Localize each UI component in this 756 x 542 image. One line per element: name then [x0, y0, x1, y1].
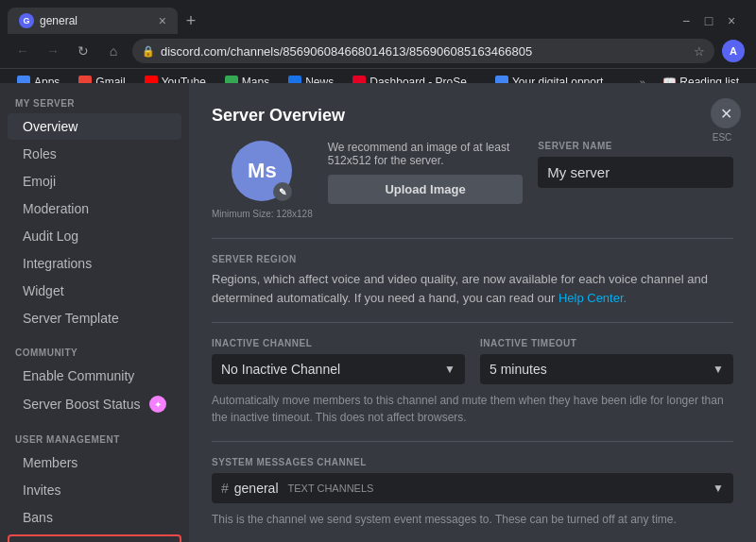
section-my-server: MY SERVER — [0, 83, 189, 112]
sidebar-item-moderation[interactable]: Moderation — [8, 195, 181, 222]
sidebar-item-bans[interactable]: Bans — [8, 504, 181, 531]
min-size-label: Minimum Size: 128x128 — [212, 209, 313, 219]
url-bar[interactable]: 🔒 discord.com/channels/85690608466801461… — [132, 39, 714, 63]
tab-title: general — [40, 14, 153, 27]
upload-image-btn[interactable]: Upload Image — [328, 175, 524, 204]
reload-btn[interactable]: ↻ — [72, 40, 94, 62]
region-description: Regions, which affect voice and video qu… — [212, 270, 733, 307]
sidebar-item-overview[interactable]: Overview — [8, 113, 181, 140]
help-center-link[interactable]: Help Center. — [558, 291, 627, 305]
system-channel-type: TEXT CHANNELS — [288, 483, 374, 494]
system-channel-description: This is the channel we send system event… — [212, 511, 733, 528]
sidebar-item-integrations[interactable]: Integrations — [8, 250, 181, 277]
sidebar: MY SERVER Overview Roles Emoji Moderatio… — [0, 83, 189, 542]
profile-icon[interactable]: A — [722, 40, 745, 62]
sidebar-item-server-boost[interactable]: Server Boost Status ✦ — [8, 390, 181, 418]
back-btn[interactable]: ← — [11, 40, 34, 62]
server-name-input[interactable] — [538, 157, 733, 188]
esc-label: ESC — [707, 132, 737, 143]
forward-btn[interactable]: → — [42, 40, 64, 62]
sidebar-item-audit-log[interactable]: Audit Log — [8, 223, 181, 249]
tab-close-btn[interactable]: × — [159, 13, 166, 28]
channel-hash-icon: # — [221, 481, 229, 496]
upload-recommendation: We recommend an image of at least 512x51… — [328, 141, 524, 167]
system-channel-select[interactable]: # general TEXT CHANNELS ▼ — [212, 473, 733, 503]
system-messages-label: SYSTEM MESSAGES CHANNEL — [212, 457, 733, 467]
inactive-timeout-select[interactable]: 5 minutes — [480, 354, 733, 384]
server-avatar: Ms ✎ — [232, 141, 292, 201]
inactive-description: Automatically move members to this chann… — [212, 392, 733, 426]
close-window-btn[interactable]: × — [722, 11, 741, 30]
avatar-edit-icon[interactable]: ✎ — [273, 182, 292, 201]
inactive-timeout-label: INACTIVE TIMEOUT — [480, 338, 733, 348]
sidebar-item-widget[interactable]: Widget — [8, 278, 181, 304]
new-tab-btn[interactable]: + — [178, 8, 204, 34]
bookmark-star-icon[interactable]: ☆ — [694, 44, 705, 59]
home-btn[interactable]: ⌂ — [102, 40, 125, 62]
inactive-channel-select[interactable]: No Inactive Channel — [212, 354, 465, 384]
delete-server-btn[interactable]: Delete Server — [8, 534, 181, 542]
sidebar-item-server-template[interactable]: Server Template — [8, 305, 181, 331]
url-text: discord.com/channels/856906084668014613/… — [161, 44, 688, 59]
lock-icon: 🔒 — [142, 45, 155, 58]
system-channel-arrow: ▼ — [713, 482, 724, 495]
close-settings-btn[interactable]: ✕ — [711, 98, 741, 128]
main-content: ✕ ESC Server Overview Ms ✎ Minimum Size:… — [189, 83, 756, 542]
tab-favicon: G — [19, 13, 34, 28]
active-tab[interactable]: G general × — [8, 8, 178, 34]
sidebar-item-emoji[interactable]: Emoji — [8, 168, 181, 195]
system-channel-name: general — [234, 481, 279, 496]
page-title: Server Overview — [212, 106, 733, 126]
boost-badge: ✦ — [149, 396, 166, 413]
sidebar-item-invites[interactable]: Invites — [8, 477, 181, 503]
sidebar-item-roles[interactable]: Roles — [8, 141, 181, 167]
server-region-label: SERVER REGION — [212, 254, 733, 264]
sidebar-item-enable-community[interactable]: Enable Community — [8, 363, 181, 389]
maximize-btn[interactable]: □ — [699, 11, 718, 30]
server-name-label: SERVER NAME — [538, 141, 733, 151]
inactive-channel-label: INACTIVE CHANNEL — [212, 338, 465, 348]
section-community: COMMUNITY — [0, 332, 189, 362]
minimize-btn[interactable]: − — [677, 11, 696, 30]
sidebar-item-members[interactable]: Members — [8, 449, 181, 476]
section-user-management: USER MANAGEMENT — [0, 419, 189, 449]
